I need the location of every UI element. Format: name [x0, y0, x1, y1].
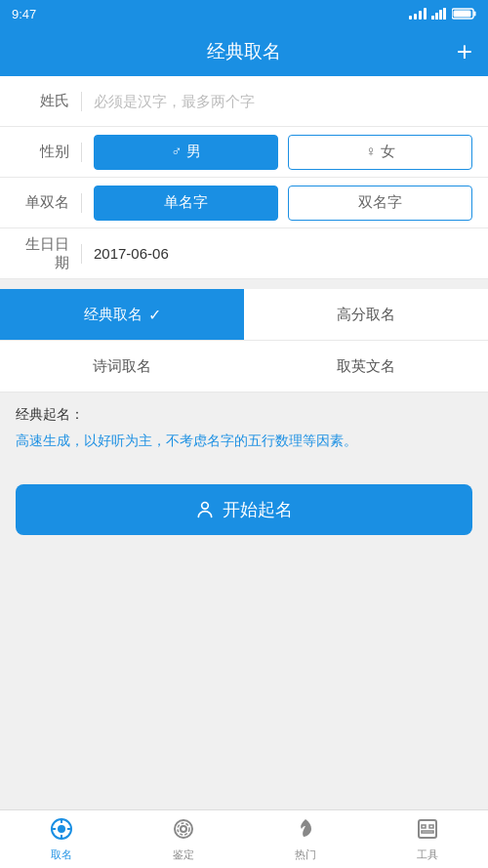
svg-point-16	[178, 823, 189, 835]
gender-male-button[interactable]: ♂ 男	[94, 135, 278, 170]
gender-toggle-group: ♂ 男 ♀ 女	[94, 135, 472, 170]
wifi-icon	[431, 8, 447, 20]
nav-label-hot: 热门	[295, 847, 316, 862]
english-naming-button[interactable]: 取英文名	[244, 341, 488, 392]
svg-rect-5	[474, 12, 476, 17]
divider2	[81, 143, 82, 162]
name-type-toggle-group: 单名字 双名字	[94, 186, 472, 221]
nav-item-naming[interactable]: 取名	[0, 810, 122, 868]
surname-label: 姓氏	[16, 92, 69, 110]
naming-type-section: 经典取名 ✓ 高分取名 诗词取名 取英文名	[0, 289, 488, 393]
bottom-nav: 取名 鉴定 热门 工具	[0, 809, 488, 868]
battery-icon	[452, 8, 476, 20]
svg-rect-19	[429, 825, 433, 828]
birthday-label: 生日日期	[16, 235, 69, 272]
description-area: 经典起名： 高速生成，以好听为主，不考虑名字的五行数理等因素。	[0, 393, 488, 465]
naming-row-2: 诗词取名 取英文名	[0, 341, 488, 393]
svg-rect-0	[431, 16, 434, 20]
header-title: 经典取名	[207, 39, 281, 64]
name-type-row: 单双名 单名字 双名字	[0, 178, 488, 228]
nav-item-tools[interactable]: 工具	[366, 810, 488, 868]
nav-label-naming: 取名	[51, 847, 72, 862]
signal-icon	[409, 8, 427, 20]
name-type-label: 单双名	[16, 193, 69, 212]
status-right	[409, 8, 476, 20]
tools-nav-icon	[416, 817, 439, 845]
check-icon: ✓	[148, 306, 161, 324]
svg-rect-18	[422, 825, 426, 828]
start-button-area: 开始起名	[0, 465, 488, 555]
appraise-nav-icon	[172, 817, 195, 845]
svg-rect-1	[435, 13, 438, 20]
nav-item-appraise[interactable]: 鉴定	[122, 810, 244, 868]
poetry-naming-button[interactable]: 诗词取名	[0, 341, 244, 392]
nav-label-appraise: 鉴定	[173, 847, 194, 862]
gender-female-button[interactable]: ♀ 女	[288, 135, 472, 170]
app-header: 经典取名 +	[0, 27, 488, 76]
surname-input[interactable]	[94, 93, 472, 109]
double-name-button[interactable]: 双名字	[288, 186, 472, 221]
single-name-button[interactable]: 单名字	[94, 186, 278, 221]
classic-naming-button[interactable]: 经典取名 ✓	[0, 289, 244, 340]
form-area: 姓氏 性别 ♂ 男 ♀ 女 单双名 单名字 双名字 生日日期 2017-06-0…	[0, 76, 488, 279]
status-time: 9:47	[12, 7, 36, 21]
naming-row-1: 经典取名 ✓ 高分取名	[0, 289, 488, 341]
svg-rect-3	[443, 8, 446, 20]
birthday-row[interactable]: 生日日期 2017-06-06	[0, 228, 488, 279]
svg-rect-17	[419, 820, 436, 838]
start-button-label: 开始起名	[223, 498, 293, 521]
desc-content: 高速生成，以好听为主，不考虑名字的五行数理等因素。	[16, 430, 472, 451]
start-button[interactable]: 开始起名	[16, 484, 472, 535]
svg-point-7	[202, 503, 209, 510]
nav-label-tools: 工具	[417, 847, 438, 862]
gender-label: 性别	[16, 143, 69, 161]
person-icon	[195, 500, 215, 519]
add-button[interactable]: +	[457, 38, 472, 65]
svg-point-9	[58, 825, 65, 833]
birthday-value: 2017-06-06	[94, 245, 472, 262]
divider4	[81, 244, 82, 264]
svg-rect-6	[454, 11, 471, 18]
naming-nav-icon	[50, 817, 73, 845]
divider3	[81, 193, 82, 213]
svg-point-15	[181, 826, 186, 832]
status-bar: 9:47	[0, 0, 488, 27]
high-score-naming-button[interactable]: 高分取名	[244, 289, 488, 340]
desc-title: 经典起名：	[16, 406, 472, 424]
svg-rect-2	[439, 10, 442, 20]
svg-rect-20	[422, 831, 433, 833]
divider	[81, 92, 82, 111]
gender-row: 性别 ♂ 男 ♀ 女	[0, 127, 488, 178]
nav-item-hot[interactable]: 热门	[244, 810, 366, 868]
surname-row: 姓氏	[0, 76, 488, 127]
hot-nav-icon	[294, 817, 317, 845]
